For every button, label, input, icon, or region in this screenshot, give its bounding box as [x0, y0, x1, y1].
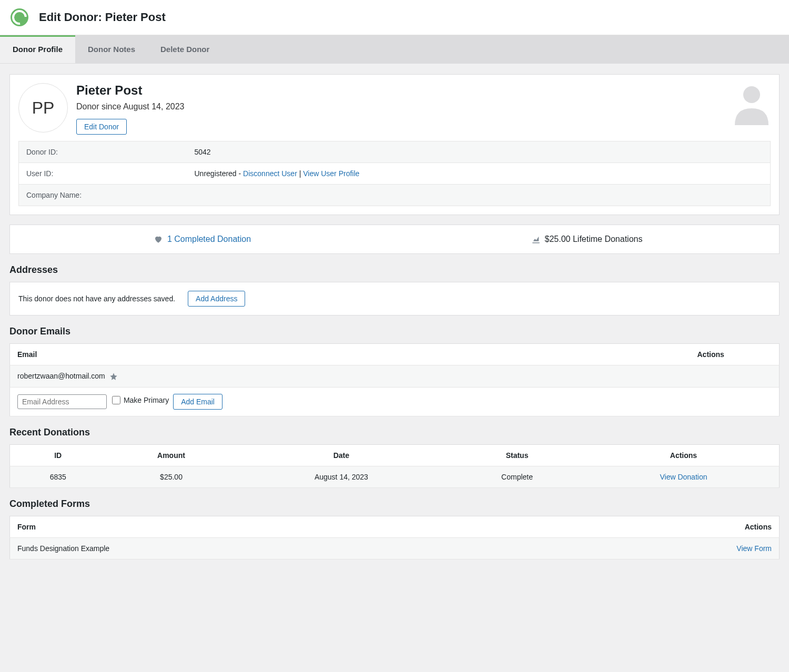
emails-col-actions: Actions	[690, 344, 780, 365]
company-value	[187, 185, 771, 206]
addresses-empty-text: This donor does not have any addresses s…	[18, 294, 175, 303]
user-id-separator: |	[297, 169, 303, 178]
row-user-id: User ID: Unregistered - Disconnect User …	[19, 163, 771, 185]
recent-donations-heading: Recent Donations	[9, 427, 780, 438]
donor-emails-heading: Donor Emails	[9, 326, 780, 337]
completed-forms-table: Form Actions Funds Designation Example V…	[9, 516, 780, 559]
donor-emails-table: Email Actions robertzwaan@hotmail.com Ma…	[9, 343, 780, 416]
star-icon	[109, 372, 118, 381]
recent-col-date: Date	[237, 445, 447, 466]
donor-name: Pieter Post	[76, 83, 724, 98]
company-label: Company Name:	[19, 185, 187, 206]
recent-col-status: Status	[446, 445, 588, 466]
completed-donations-link[interactable]: 1 Completed Donation	[167, 235, 251, 244]
page-header: Edit Donor: Pieter Post	[0, 0, 789, 35]
addresses-heading: Addresses	[9, 264, 780, 276]
form-name: Funds Designation Example	[10, 538, 690, 559]
heart-icon	[154, 235, 163, 244]
recent-col-actions: Actions	[588, 445, 780, 466]
email-address-input[interactable]	[17, 394, 107, 409]
donor-id-value: 5042	[187, 141, 771, 163]
user-id-prefix: Unregistered -	[195, 169, 244, 178]
user-silhouette-icon	[733, 83, 771, 125]
addresses-card: This donor does not have any addresses s…	[9, 282, 780, 315]
page-title: Edit Donor: Pieter Post	[39, 11, 166, 24]
recent-col-id: ID	[10, 445, 106, 466]
forms-col-actions: Actions	[690, 516, 780, 538]
recent-id: 6835	[10, 466, 106, 488]
tab-delete-donor[interactable]: Delete Donor	[148, 35, 222, 63]
donor-avatar: PP	[18, 83, 68, 133]
recent-donation-row: 6835 $25.00 August 14, 2023 Complete Vie…	[10, 466, 780, 488]
row-donor-id: Donor ID: 5042	[19, 141, 771, 163]
profile-card: PP Pieter Post Donor since August 14, 20…	[9, 74, 780, 215]
email-row-add: Make Primary Add Email	[10, 388, 780, 416]
tab-donor-profile[interactable]: Donor Profile	[0, 35, 75, 63]
svg-point-0	[743, 86, 760, 103]
tabs-nav: Donor Profile Donor Notes Delete Donor	[0, 35, 789, 64]
recent-donations-table: ID Amount Date Status Actions 6835 $25.0…	[9, 444, 780, 488]
row-company-name: Company Name:	[19, 185, 771, 206]
emails-col-email: Email	[10, 344, 690, 365]
user-id-label: User ID:	[19, 163, 187, 185]
recent-date: August 14, 2023	[237, 466, 447, 488]
view-form-link[interactable]: View Form	[736, 544, 772, 553]
stats-card: 1 Completed Donation $25.00 Lifetime Don…	[9, 225, 780, 254]
donor-id-label: Donor ID:	[19, 141, 187, 163]
add-address-button[interactable]: Add Address	[188, 291, 245, 307]
view-donation-link[interactable]: View Donation	[660, 473, 707, 481]
disconnect-user-link[interactable]: Disconnect User	[243, 169, 297, 178]
primary-email-value: robertzwaan@hotmail.com	[17, 372, 105, 380]
recent-status: Complete	[446, 466, 588, 488]
completed-form-row: Funds Designation Example View Form	[10, 538, 780, 559]
email-row-primary: robertzwaan@hotmail.com	[10, 365, 780, 388]
recent-amount: $25.00	[106, 466, 236, 488]
tab-donor-notes[interactable]: Donor Notes	[75, 35, 148, 63]
add-email-button[interactable]: Add Email	[173, 394, 222, 410]
completed-forms-heading: Completed Forms	[9, 498, 780, 510]
donor-since-label: Donor since August 14, 2023	[76, 102, 724, 111]
edit-donor-button[interactable]: Edit Donor	[76, 119, 127, 135]
forms-col-form: Form	[10, 516, 690, 538]
recent-col-amount: Amount	[106, 445, 236, 466]
givewp-logo-icon	[11, 8, 28, 26]
view-user-profile-link[interactable]: View User Profile	[303, 169, 359, 178]
donor-details-table: Donor ID: 5042 User ID: Unregistered - D…	[18, 141, 771, 206]
lifetime-donations-value: $25.00 Lifetime Donations	[545, 235, 643, 244]
chart-icon	[531, 235, 541, 244]
make-primary-label: Make Primary	[124, 396, 169, 404]
make-primary-checkbox[interactable]	[112, 396, 120, 404]
